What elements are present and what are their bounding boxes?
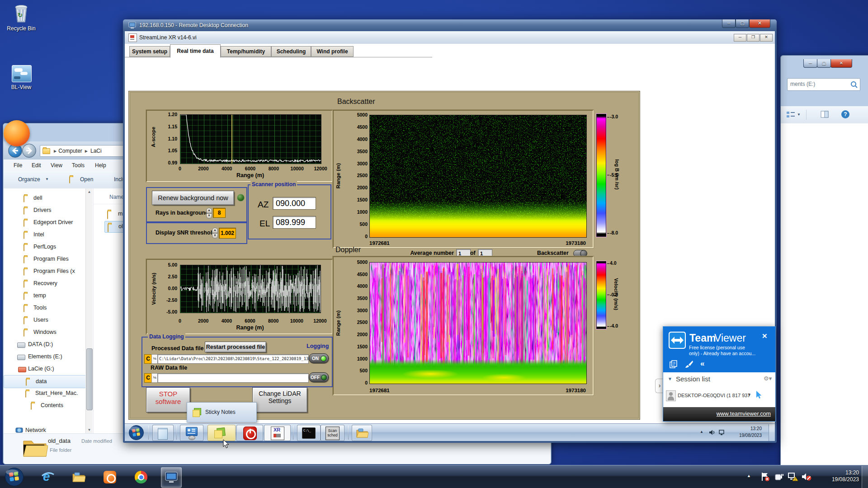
taskbar-clock[interactable]: 13:2019/08/2023 (816, 469, 859, 483)
action-center-flag-icon[interactable] (760, 472, 770, 482)
taskbar-button-scan-scheduler[interactable]: Scan sched (321, 425, 344, 441)
scrollbar-thumb[interactable] (86, 348, 93, 410)
brush-icon[interactable] (684, 360, 693, 369)
column-header-name[interactable]: Name (109, 194, 124, 200)
tree-item-lacie-g[interactable]: LaCie (G:) (4, 363, 86, 375)
taskbar-button-control-panel[interactable] (180, 425, 203, 441)
processed-path-field[interactable]: C:\Lidar\Data\Proc\2023\202308\20230819\… (157, 354, 309, 364)
tree-item-program-files[interactable]: Program Files (4, 253, 86, 265)
taskbar-item-chrome[interactable] (131, 467, 151, 487)
remote-clock[interactable]: 13:2019/08/2023 (727, 425, 762, 440)
firefox-logo[interactable] (4, 120, 30, 146)
tray-expand-icon[interactable]: ▲ (700, 430, 703, 434)
tree-item-data-selected[interactable]: data (4, 375, 87, 388)
close-icon[interactable]: ✕ (762, 332, 768, 340)
search-input[interactable]: ments (E:) (787, 78, 860, 91)
preview-pane-icon[interactable] (821, 111, 829, 119)
menu-help[interactable]: Help (95, 162, 106, 169)
tab-system-setup[interactable]: System setup (129, 46, 170, 57)
raw-path-field[interactable] (157, 373, 309, 383)
restart-processed-file-button[interactable]: Restart processed file (205, 342, 266, 352)
volume-muted-icon[interactable] (801, 472, 812, 482)
taskbar-button-streamline-xr[interactable]: XR (264, 425, 291, 441)
raw-logging-toggle[interactable]: OFF (309, 372, 329, 382)
view-list-icon[interactable] (786, 111, 795, 119)
snr-stepper[interactable]: ▲▼ (212, 228, 218, 239)
gear-icon[interactable]: ⚙▾ (764, 375, 772, 382)
start-button[interactable] (5, 467, 24, 487)
taskbar-button-stop-app[interactable] (236, 425, 263, 441)
tree-item-windows[interactable]: Windows (4, 326, 86, 338)
taskbar-item-media-app[interactable] (100, 467, 120, 487)
taskbar-button-sticky-notes[interactable] (208, 425, 236, 441)
teamviewer-website-link[interactable]: www.teamviewer.com (717, 411, 771, 417)
breadcrumb-computer[interactable]: Computer (58, 148, 82, 154)
session-dropdown-icon[interactable]: ▼ (747, 393, 751, 397)
tab-scheduling[interactable]: Scheduling (271, 46, 311, 57)
session-name[interactable]: DESKTOP-OE0QDVI (1 817 937 (678, 393, 750, 398)
tree-item-users[interactable]: Users (4, 314, 86, 326)
scroll-up-icon[interactable]: ▲ (86, 188, 93, 195)
tree-item-program-files-x86[interactable]: Program Files (x (4, 265, 86, 277)
tree-scrollbar[interactable]: ▲ ▼ (85, 188, 93, 433)
az-value-field[interactable]: 090.000 (273, 197, 316, 210)
processed-logging-toggle[interactable]: ON (309, 353, 329, 363)
maximize-button[interactable]: ▢ (817, 59, 831, 68)
taskbar-button-cmd[interactable]: C:\_ (297, 425, 321, 441)
menu-view[interactable]: View (51, 162, 62, 169)
close-button[interactable]: ✕ (760, 34, 773, 42)
sticky-notes-window[interactable]: Sticky Notes (187, 402, 257, 422)
help-icon[interactable]: ? (841, 110, 849, 118)
show-desktop-button[interactable] (862, 466, 868, 488)
taskbar-item-rdp-active[interactable] (161, 467, 182, 488)
breadcrumb[interactable]: ▶ Computer ▶ LaCi (40, 145, 132, 157)
tab-real-time-data[interactable]: Real time data (170, 44, 221, 58)
menu-file[interactable]: File (14, 162, 22, 169)
tree-item-recovery[interactable]: Recovery (4, 277, 86, 290)
tree-item-edgeport[interactable]: Edgeport Driver (4, 216, 86, 229)
tree-item-drivers[interactable]: Drivers (4, 204, 86, 216)
rdp-titlebar[interactable]: 192.168.0.150 - Remote Desktop Connectio… (123, 19, 777, 31)
network-icon[interactable] (718, 429, 726, 436)
tree-item-contents[interactable]: Contents (4, 399, 86, 412)
volume-icon[interactable] (708, 429, 716, 436)
maximize-button[interactable]: ▢ (736, 19, 749, 28)
taskbar-button-notepad[interactable] (152, 425, 174, 441)
restore-button[interactable]: ❐ (747, 34, 760, 42)
breadcrumb-lacie[interactable]: LaCi (90, 148, 102, 154)
taskbar-button-explorer[interactable] (352, 425, 372, 441)
close-button[interactable]: ✕ (830, 59, 852, 68)
tree-item-network[interactable]: Network (4, 424, 86, 433)
chevron-down-icon[interactable]: ▼ (797, 113, 801, 117)
menu-edit[interactable]: Edit (32, 162, 41, 169)
show-desktop-button[interactable] (769, 424, 775, 441)
tree-item-tools[interactable]: Tools (4, 302, 86, 314)
menu-tools[interactable]: Tools (72, 162, 85, 169)
copy-icon[interactable] (670, 360, 678, 368)
tree-item-start-here-mac[interactable]: Start_Here_Mac. (4, 387, 86, 399)
tree-item-perflogs[interactable]: PerfLogs (4, 241, 86, 253)
tree-item-temp[interactable]: temp (4, 290, 86, 302)
minimize-button[interactable]: ─ (803, 59, 817, 68)
stop-software-button[interactable]: STOPsoftware (146, 387, 190, 413)
tray-expand-icon[interactable]: ▲ (747, 474, 751, 478)
rays-stepper[interactable]: ▲▼ (206, 208, 212, 219)
collapse-icon[interactable]: « (700, 359, 704, 368)
close-button[interactable]: ✕ (749, 19, 770, 28)
rays-value[interactable]: 8 (213, 208, 226, 218)
taskbar-item-internet-explorer[interactable]: e (38, 467, 58, 487)
search-icon[interactable] (850, 80, 858, 89)
el-value-field[interactable]: 089.999 (273, 216, 316, 229)
tree-item-data-d[interactable]: DATA (D:) (4, 338, 86, 351)
remote-start-button[interactable] (128, 425, 144, 441)
renew-background-button[interactable]: Renew background now (152, 191, 234, 205)
minimize-button[interactable]: ─ (722, 19, 736, 28)
tree-item-dell[interactable]: dell (4, 192, 86, 204)
scroll-down-icon[interactable]: ▼ (86, 427, 93, 433)
tab-temp-humidity[interactable]: Temp/humidity (221, 46, 271, 57)
connect-cursor-icon[interactable] (755, 390, 763, 399)
minimize-button[interactable]: ─ (734, 34, 746, 42)
open-button[interactable]: Open (80, 176, 93, 183)
organize-button[interactable]: Organize (18, 176, 40, 183)
power-plug-icon[interactable] (774, 472, 784, 482)
